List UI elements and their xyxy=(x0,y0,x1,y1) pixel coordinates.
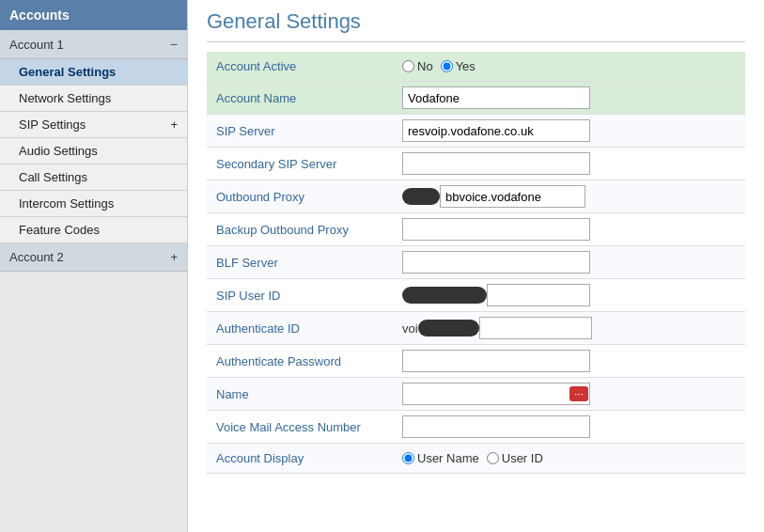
value-backup-outbound-proxy xyxy=(395,213,745,246)
value-sip-user-id xyxy=(395,279,745,312)
page-title: General Settings xyxy=(207,9,745,42)
value-outbound-proxy xyxy=(395,180,745,213)
dots-button[interactable]: ··· xyxy=(569,386,588,401)
settings-table: Account Active No Yes Account Name xyxy=(207,52,745,474)
input-sip-server[interactable] xyxy=(402,119,590,142)
input-backup-outbound-proxy[interactable] xyxy=(402,218,590,241)
redacted-auth-id xyxy=(418,320,479,336)
table-row-blf-server: BLF Server xyxy=(207,246,745,279)
value-secondary-sip-server xyxy=(395,148,745,180)
sidebar-account2-label: Account 2 xyxy=(9,250,64,264)
label-backup-outbound-proxy: Backup Outbound Proxy xyxy=(207,213,395,246)
account2-expand-icon[interactable]: + xyxy=(170,250,178,264)
main-content: General Settings Account Active No Yes xyxy=(188,0,764,532)
sidebar-header: Accounts xyxy=(0,0,187,30)
sidebar: Accounts Account 1 − General Settings Ne… xyxy=(0,0,188,532)
sip-settings-label: SIP Settings xyxy=(19,117,86,132)
input-sip-user-id[interactable] xyxy=(487,284,590,306)
table-row-authenticate-id: Authenticate ID voi xyxy=(207,312,745,345)
label-authenticate-password: Authenticate Password xyxy=(207,345,395,378)
value-blf-server xyxy=(395,246,745,279)
label-outbound-proxy: Outbound Proxy xyxy=(207,180,395,213)
label-account-display: Account Display xyxy=(207,444,395,474)
table-row-name: Name ··· xyxy=(207,378,745,411)
table-row-account-active: Account Active No Yes xyxy=(207,52,745,82)
input-authenticate-password[interactable] xyxy=(402,350,590,372)
label-voice-mail: Voice Mail Access Number xyxy=(207,411,395,444)
label-name: Name xyxy=(207,378,395,411)
input-name[interactable] xyxy=(402,383,590,405)
label-account-active: Account Active xyxy=(207,52,395,82)
value-sip-server xyxy=(395,115,745,148)
input-outbound-proxy[interactable] xyxy=(440,185,585,208)
value-account-active: No Yes xyxy=(395,52,745,82)
input-blf-server[interactable] xyxy=(402,251,590,274)
sidebar-item-feature-codes[interactable]: Feature Codes xyxy=(0,217,187,243)
sidebar-account1-row[interactable]: Account 1 − xyxy=(0,30,187,59)
radio-username-label[interactable]: User Name xyxy=(402,451,479,465)
value-voice-mail xyxy=(395,411,745,444)
value-account-name xyxy=(395,82,745,115)
input-account-name[interactable] xyxy=(402,86,590,109)
sip-settings-expand-icon[interactable]: + xyxy=(170,117,178,132)
radio-yes[interactable] xyxy=(441,60,453,72)
value-name: ··· xyxy=(395,378,745,411)
value-authenticate-id: voi xyxy=(395,312,745,345)
sidebar-item-sip-settings[interactable]: SIP Settings + xyxy=(0,112,187,138)
input-secondary-sip-server[interactable] xyxy=(402,152,590,175)
table-row-outbound-proxy: Outbound Proxy xyxy=(207,180,745,213)
radio-no-label[interactable]: No xyxy=(402,59,433,73)
label-secondary-sip-server: Secondary SIP Server xyxy=(207,148,395,180)
label-authenticate-id: Authenticate ID xyxy=(207,312,395,345)
input-voice-mail[interactable] xyxy=(402,415,590,438)
sidebar-item-general-settings[interactable]: General Settings xyxy=(0,59,187,86)
radio-no[interactable] xyxy=(402,60,414,72)
table-row-account-name: Account Name xyxy=(207,82,745,115)
radio-userid-label[interactable]: User ID xyxy=(487,451,543,465)
radio-yes-label[interactable]: Yes xyxy=(441,59,476,73)
value-account-display: User Name User ID xyxy=(395,444,745,474)
value-authenticate-password xyxy=(395,345,745,378)
table-row-account-display: Account Display User Name User ID xyxy=(207,444,745,474)
sidebar-account2-row[interactable]: Account 2 + xyxy=(0,243,187,272)
collapse-icon[interactable]: − xyxy=(170,37,178,52)
table-row-backup-outbound-proxy: Backup Outbound Proxy xyxy=(207,213,745,246)
sidebar-account1-label: Account 1 xyxy=(9,38,64,52)
input-authenticate-id[interactable] xyxy=(479,317,592,339)
redacted-prefix-outbound xyxy=(402,188,440,205)
redacted-sip-user-id xyxy=(402,287,487,304)
sidebar-item-network-settings[interactable]: Network Settings xyxy=(0,86,187,112)
label-sip-user-id: SIP User ID xyxy=(207,279,395,312)
sidebar-item-audio-settings[interactable]: Audio Settings xyxy=(0,138,187,164)
sidebar-item-call-settings[interactable]: Call Settings xyxy=(0,164,187,191)
radio-userid[interactable] xyxy=(487,452,499,464)
table-row-voice-mail: Voice Mail Access Number xyxy=(207,411,745,444)
table-row-sip-user-id: SIP User ID xyxy=(207,279,745,312)
label-sip-server: SIP Server xyxy=(207,115,395,148)
table-row-sip-server: SIP Server xyxy=(207,115,745,148)
auth-id-prefix: voi xyxy=(402,321,418,336)
label-blf-server: BLF Server xyxy=(207,246,395,279)
radio-username[interactable] xyxy=(402,452,414,464)
table-row-secondary-sip-server: Secondary SIP Server xyxy=(207,148,745,180)
sidebar-item-intercom-settings[interactable]: Intercom Settings xyxy=(0,191,187,217)
table-row-authenticate-password: Authenticate Password xyxy=(207,345,745,378)
label-account-name: Account Name xyxy=(207,82,395,115)
